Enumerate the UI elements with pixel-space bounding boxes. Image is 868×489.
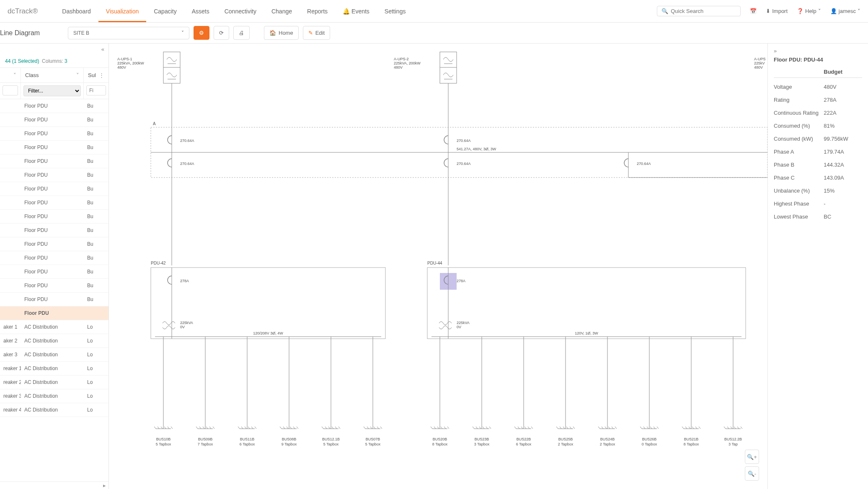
header-col1[interactable]: ˅ [0,68,21,82]
cell-col1 [0,293,21,306]
nav-dashboard[interactable]: Dashboard [54,0,98,22]
svg-line-103 [364,427,365,429]
collapse-left-button[interactable]: « [0,44,108,55]
header-col3-label: Sul [88,72,96,78]
zoom-out-button[interactable]: 🔍- [745,466,759,481]
chevron-down-icon: ˅ [858,8,860,14]
table-row[interactable]: aker 1AC DistributionLo [0,320,108,334]
table-row[interactable]: Floor PDUBu [0,127,108,141]
table-row[interactable]: Floor PDUBu [0,141,108,154]
detail-label: Lowest Phase [774,214,824,220]
svg-text:3 Tap: 3 Tap [728,442,738,446]
svg-text:2 Tapbox: 2 Tapbox [558,442,574,446]
svg-line-138 [531,427,533,429]
svg-line-63 [196,427,198,429]
table-row[interactable]: Floor PDUBu [0,182,108,196]
user-menu[interactable]: 👤jamesc ˅ [830,8,860,14]
svg-rect-35 [151,268,385,339]
nav-settings[interactable]: Settings [377,0,413,22]
cell-class: Floor PDU [21,99,84,113]
table-row[interactable]: Floor PDUBu [0,293,108,306]
cell-col1: reaker 4 [0,403,21,417]
nav-visualization[interactable]: Visualization [98,0,146,22]
svg-line-68 [213,427,214,429]
site-dropdown[interactable]: SITE B ˅ [68,27,189,39]
table-row[interactable]: Floor PDUBu [0,237,108,251]
svg-text:225kVA: 225kVA [180,321,193,325]
cell-col3: Bu [84,196,108,209]
table-row[interactable]: Floor PDUBu [0,251,108,265]
svg-text:480V: 480V [754,65,763,69]
cell-col3: Bu [84,127,108,140]
budget-header: Budget [824,69,862,75]
table-row[interactable]: Floor PDUBu [0,196,108,210]
table-row[interactable]: aker 2AC DistributionLo [0,334,108,348]
cell-col1 [0,224,21,237]
nav-assets[interactable]: Assets [184,0,217,22]
nav-links: Dashboard Visualization Capacity Assets … [54,0,413,22]
table-row[interactable]: Floor PDUBu [0,99,108,113]
table-row[interactable]: reaker 1AC DistributionLo [0,362,108,376]
settings-button[interactable]: ⚙ [194,26,209,40]
cell-col1: aker 1 [0,320,21,334]
zoom-in-button[interactable]: 🔍+ [745,450,759,464]
table-row[interactable]: aker 3AC DistributionLo [0,348,108,362]
table-row[interactable]: Floor PDU [0,306,108,320]
top-nav: dcTrack® Dashboard Visualization Capacit… [0,0,868,23]
import-button[interactable]: ⬇Import [766,8,788,14]
collapse-right-button[interactable]: » [774,48,862,54]
toolbar: Line Diagram SITE B ˅ ⚙ ⟳ 🖨 🏠Home ✎Edit [0,23,868,44]
nav-capacity[interactable]: Capacity [146,0,184,22]
nav-events[interactable]: 🔔Events [335,0,377,22]
filter-col3[interactable] [86,85,106,95]
table-row[interactable]: reaker 2AC DistributionLo [0,376,108,389]
filter-col1[interactable] [3,85,18,95]
refresh-button[interactable]: ⟳ [214,26,229,40]
nav-reports[interactable]: Reports [300,0,335,22]
filter-class[interactable]: Filter... [23,85,81,96]
table-row[interactable]: Floor PDUBu [0,168,108,182]
table-row[interactable]: Floor PDUBu [0,265,108,279]
edit-button[interactable]: ✎Edit [303,26,330,40]
grid-rows[interactable]: Floor PDUBuFloor PDUBuFloor PDUBuFloor P… [0,99,108,481]
print-button[interactable]: 🖨 [233,26,250,40]
nav-change[interactable]: Change [264,0,300,22]
details-row: Highest Phase- [774,197,862,210]
table-row[interactable]: reaker 3AC DistributionLo [0,389,108,403]
header-class[interactable]: Class˅ [21,68,84,82]
menu-dots-icon[interactable]: ⋮ [99,72,104,78]
header-col3[interactable]: Sul⋮ [84,68,108,82]
table-row[interactable]: Floor PDUBu [0,224,108,237]
details-row: Voltage480V [774,80,862,93]
table-row[interactable]: Floor PDUBu [0,210,108,224]
cell-col3: Bu [84,210,108,223]
table-row[interactable]: reaker 4AC DistributionLo [0,403,108,417]
table-row[interactable]: Floor PDUBu [0,113,108,127]
svg-line-58 [171,427,173,429]
nav-connectivity[interactable]: Connectivity [217,0,264,22]
user-label: jamesc [839,8,856,14]
svg-text:7 Tapbox: 7 Tapbox [198,442,213,446]
svg-line-178 [699,427,700,429]
search-input[interactable] [671,8,736,14]
details-header: Budget [774,69,862,78]
calendar-icon[interactable]: 📅 [750,8,757,14]
svg-line-185 [731,427,732,429]
quick-search[interactable]: 🔍 [657,6,741,16]
details-row: Consumed (kW)99.756kW [774,132,862,145]
svg-line-78 [255,427,256,429]
svg-text:270.64A: 270.64A [637,162,651,166]
svg-line-166 [650,427,652,429]
svg-line-106 [374,427,375,429]
table-row[interactable]: Floor PDUBu [0,279,108,293]
home-button[interactable]: 🏠Home [264,26,299,40]
svg-text:A-UPS: A-UPS [754,57,766,61]
svg-text:BUS25B: BUS25B [558,437,573,441]
cell-col1 [0,265,21,278]
svg-text:0V: 0V [180,325,185,329]
help-button[interactable]: ❓Help ˅ [797,8,821,14]
diagram-canvas[interactable]: A-UPS-1225kVA, 200kW480VA-UPS-2225kVA, 2… [109,44,767,489]
table-row[interactable]: Floor PDUBu [0,154,108,168]
horizontal-scrollbar[interactable]: ▸ [0,481,108,489]
site-label: SITE B [73,30,89,36]
